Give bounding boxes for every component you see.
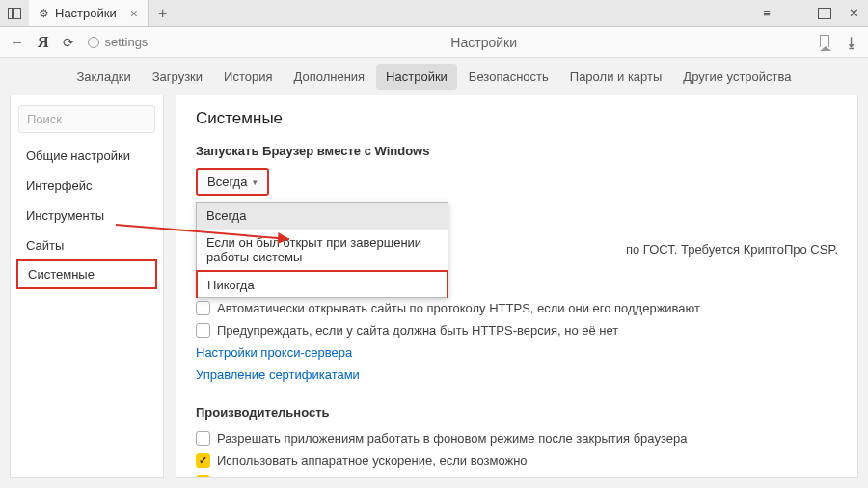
topnav-security[interactable]: Безопасность bbox=[459, 64, 558, 90]
content-area: Поиск Общие настройки Интерфейс Инструме… bbox=[0, 95, 868, 488]
topnav-devices[interactable]: Другие устройства bbox=[673, 64, 800, 90]
checkbox-label: Предупреждать, если у сайта должна быть … bbox=[217, 323, 618, 338]
checkbox-label: Разрешать приложениям работать в фоновом… bbox=[217, 431, 687, 446]
window-controls: ≡ — ✕ bbox=[752, 0, 868, 27]
checkbox-label: Использовать аппаратное ускорение, если … bbox=[217, 453, 528, 468]
checkbox-row-hw[interactable]: ✓ Использовать аппаратное ускорение, есл… bbox=[196, 449, 838, 472]
topnav-settings[interactable]: Настройки bbox=[376, 64, 457, 90]
performance-heading: Производительность bbox=[196, 405, 838, 420]
topnav-history[interactable]: История bbox=[214, 64, 282, 90]
link-proxy-settings[interactable]: Настройки прокси-сервера bbox=[196, 341, 838, 364]
downloads-button[interactable]: ⭳ bbox=[845, 35, 858, 50]
menu-button[interactable]: ≡ bbox=[752, 0, 781, 27]
checkbox-label: Автоматически открывать сайты по протоко… bbox=[217, 301, 700, 315]
sidepanel-icon bbox=[8, 8, 21, 19]
sidebar-item-system[interactable]: Системные bbox=[16, 259, 157, 289]
checkbox-checked[interactable]: ✓ bbox=[196, 475, 210, 478]
main-heading: Системные bbox=[196, 109, 838, 128]
topnav-downloads[interactable]: Загрузки bbox=[143, 64, 212, 90]
checkbox-row-https-auto[interactable]: Автоматически открывать сайты по протоко… bbox=[196, 297, 838, 319]
dropdown-option-always[interactable]: Всегда bbox=[197, 203, 448, 230]
checkbox-row-https-warn[interactable]: Предупреждать, если у сайта должна быть … bbox=[196, 319, 838, 341]
chevron-down-icon: ▾ bbox=[253, 177, 258, 187]
panel-toggle[interactable] bbox=[0, 8, 29, 19]
checkbox-label: Оптимизировать изображения для экономии … bbox=[217, 475, 602, 478]
settings-main: Системные Запускать Браузер вместе с Win… bbox=[176, 95, 858, 478]
maximize-icon bbox=[818, 8, 831, 19]
checkbox-unchecked[interactable] bbox=[196, 301, 210, 315]
browser-tab[interactable]: ⚙ Настройки × bbox=[29, 0, 149, 26]
topnav-passwords[interactable]: Пароли и карты bbox=[560, 64, 672, 90]
gear-icon: ⚙ bbox=[39, 7, 49, 20]
checkbox-unchecked[interactable] bbox=[196, 323, 210, 338]
launch-with-windows-label: Запускать Браузер вместе с Windows bbox=[196, 144, 838, 158]
gost-note: по ГОСТ. Требуется КриптоПро CSP. bbox=[626, 242, 838, 257]
tab-close-button[interactable]: × bbox=[130, 7, 138, 20]
checkbox-row-bg[interactable]: Разрешать приложениям работать в фоновом… bbox=[196, 427, 838, 449]
sidebar-item-sites[interactable]: Сайты bbox=[11, 230, 163, 260]
minimize-button[interactable]: — bbox=[781, 0, 810, 27]
yandex-logo[interactable]: Я bbox=[38, 34, 49, 51]
bookmark-button[interactable] bbox=[820, 35, 829, 50]
reload-button[interactable]: ⟳ bbox=[63, 35, 74, 50]
tab-title: Настройки bbox=[55, 6, 117, 20]
topnav-addons[interactable]: Дополнения bbox=[284, 64, 374, 90]
checkbox-unchecked[interactable] bbox=[196, 431, 210, 446]
link-certificates[interactable]: Управление сертификатами bbox=[196, 364, 838, 386]
checkbox-row-opt[interactable]: ✓ Оптимизировать изображения для экономи… bbox=[196, 472, 838, 478]
maximize-button[interactable] bbox=[810, 0, 839, 27]
launch-dropdown-button[interactable]: Всегда ▾ bbox=[196, 168, 269, 196]
globe-icon bbox=[88, 37, 99, 48]
url-field[interactable]: settings bbox=[88, 35, 149, 49]
close-window-button[interactable]: ✕ bbox=[839, 0, 868, 27]
page-title: Настройки bbox=[161, 35, 806, 50]
sidebar-search-input[interactable]: Поиск bbox=[18, 105, 155, 133]
sidebar-item-interface[interactable]: Интерфейс bbox=[11, 171, 163, 201]
bookmark-icon bbox=[820, 35, 829, 47]
sidebar-item-tools[interactable]: Инструменты bbox=[11, 201, 163, 230]
topnav-bookmarks[interactable]: Закладки bbox=[67, 64, 140, 90]
url-text: settings bbox=[105, 35, 149, 49]
address-bar: ← Я ⟳ settings Настройки ⭳ bbox=[0, 27, 868, 58]
sidebar-item-general[interactable]: Общие настройки bbox=[11, 141, 163, 171]
dropdown-selected-text: Всегда bbox=[207, 175, 247, 189]
back-button[interactable]: ← bbox=[10, 34, 24, 50]
new-tab-button[interactable]: + bbox=[149, 5, 176, 22]
dropdown-option-never[interactable]: Никогда bbox=[196, 270, 448, 298]
window-titlebar: ⚙ Настройки × + ≡ — ✕ bbox=[0, 0, 868, 27]
settings-topnav: Закладки Загрузки История Дополнения Нас… bbox=[0, 58, 868, 95]
settings-sidebar: Поиск Общие настройки Интерфейс Инструме… bbox=[10, 95, 164, 478]
checkbox-checked[interactable]: ✓ bbox=[196, 453, 210, 468]
